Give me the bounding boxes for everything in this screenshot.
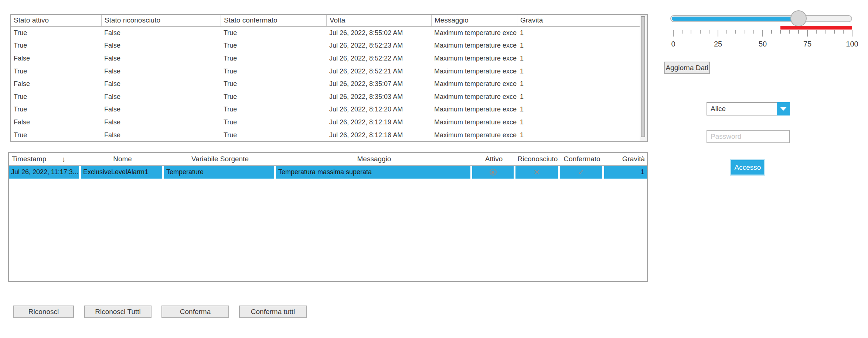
column-header-gravita[interactable]: Gravità	[517, 15, 634, 26]
slider-thumb[interactable]	[790, 10, 807, 27]
slider-tick	[843, 30, 844, 34]
not-acknowledged-x-icon: ✕	[534, 168, 540, 176]
events-table-row[interactable]: False False True Jul 26, 2022, 8:12:19 A…	[11, 116, 640, 129]
cell-messaggio: Maximum temperature exceeded	[431, 68, 517, 75]
active-state-icon	[490, 169, 497, 176]
acknowledge-all-button[interactable]: Riconosci Tutti	[84, 306, 152, 318]
column-header-volta[interactable]: Volta	[326, 15, 431, 26]
events-table-scrollbar[interactable]	[640, 15, 647, 141]
cell-messaggio: Maximum temperature exceeded	[431, 29, 517, 37]
cell-stato-riconosciuto: False	[101, 80, 221, 88]
slider-tick	[762, 30, 763, 37]
slider-tick	[726, 30, 727, 34]
cell-gravita: 1	[604, 166, 647, 179]
alarms-table: Timestamp ↓ Nome Variabile Sorgente Mess…	[8, 152, 648, 282]
column-header-attivo[interactable]: Attivo	[472, 155, 515, 163]
column-header-stato-confermato[interactable]: Stato confermato	[221, 15, 326, 26]
slider-tick	[825, 30, 826, 34]
cell-volta: Jul 26, 2022, 8:52:23 AM	[326, 42, 431, 49]
cell-stato-attivo: True	[11, 42, 101, 49]
slider-tick	[789, 30, 790, 34]
cell-stato-confermato: True	[221, 106, 326, 113]
cell-stato-attivo: True	[11, 106, 101, 113]
slider-tick-label: 25	[714, 40, 722, 48]
cell-volta: Jul 26, 2022, 8:35:07 AM	[326, 80, 431, 88]
events-table-row[interactable]: True False True Jul 26, 2022, 8:52:21 AM…	[11, 65, 640, 78]
cell-stato-attivo: False	[11, 118, 101, 126]
slider-tick	[700, 30, 701, 34]
slider-tick	[798, 30, 799, 34]
cell-stato-riconosciuto: False	[101, 42, 221, 49]
slider-tick	[807, 30, 808, 37]
cell-stato-confermato: True	[221, 131, 326, 139]
events-table-row[interactable]: False False True Jul 26, 2022, 8:35:07 A…	[11, 77, 640, 90]
cell-messaggio: Maximum temperature exceeded	[431, 42, 517, 49]
column-header-messaggio[interactable]: Messaggio	[276, 155, 472, 163]
slider-track[interactable]	[670, 15, 852, 22]
slider-tick	[691, 30, 691, 34]
slider-tick	[780, 30, 781, 34]
slider-tick	[834, 30, 835, 34]
cell-volta: Jul 26, 2022, 8:12:19 AM	[326, 118, 431, 126]
login-button[interactable]: Accesso	[731, 160, 764, 175]
refresh-data-button[interactable]: Aggiorna Dati	[664, 62, 710, 74]
cell-stato-attivo: True	[11, 29, 101, 37]
column-header-stato-riconosciuto[interactable]: Stato riconosciuto	[101, 15, 221, 26]
cell-messaggio: Maximum temperature exceeded	[431, 80, 517, 88]
cell-stato-riconosciuto: False	[101, 106, 221, 113]
cell-stato-riconosciuto: False	[101, 131, 221, 139]
alarms-table-header: Timestamp ↓ Nome Variabile Sorgente Mess…	[9, 153, 647, 166]
confirm-all-button[interactable]: Conferma tutti	[239, 306, 307, 318]
cell-nome: ExclusiveLevelAlarm1	[81, 166, 162, 179]
events-table-row[interactable]: True False True Jul 26, 2022, 8:12:18 AM…	[11, 129, 640, 141]
cell-stato-confermato: True	[221, 118, 326, 126]
cell-gravita: 1	[517, 55, 634, 62]
slider-tick	[816, 30, 817, 34]
slider-tick	[735, 30, 736, 34]
cell-stato-riconosciuto: False	[101, 29, 221, 37]
column-header-variabile-sorgente[interactable]: Variabile Sorgente	[164, 155, 276, 163]
slider-tick	[771, 30, 772, 34]
events-table-body: True False True Jul 26, 2022, 8:55:02 AM…	[11, 27, 640, 141]
cell-timestamp: Jul 26, 2022, 11:17:3...	[9, 166, 79, 179]
cell-gravita: 1	[517, 106, 634, 113]
cell-stato-confermato: True	[221, 42, 326, 49]
cell-stato-confermato: True	[221, 55, 326, 62]
slider-tick-label: 100	[846, 40, 858, 48]
column-header-riconosciuto[interactable]: Riconosciuto	[515, 155, 560, 163]
user-select[interactable]: Alice	[707, 102, 790, 115]
confirmed-check-icon: ✓	[578, 168, 585, 176]
events-table-row[interactable]: True False True Jul 26, 2022, 8:12:20 AM…	[11, 103, 640, 116]
cell-gravita: 1	[517, 118, 634, 126]
column-header-stato-attivo[interactable]: Stato attivo	[11, 15, 101, 26]
user-select-value: Alice	[707, 102, 777, 115]
column-header-confermato[interactable]: Confermato	[560, 155, 604, 163]
cell-volta: Jul 26, 2022, 8:52:22 AM	[326, 55, 431, 62]
column-header-messaggio[interactable]: Messaggio	[431, 15, 517, 26]
cell-stato-riconosciuto: False	[101, 118, 221, 126]
cell-volta: Jul 26, 2022, 8:52:21 AM	[326, 68, 431, 75]
slider-red-zone	[780, 26, 852, 30]
cell-stato-attivo: True	[11, 131, 101, 139]
events-table-row[interactable]: True False True Jul 26, 2022, 8:52:23 AM…	[11, 39, 640, 52]
alarm-row-selected[interactable]: Jul 26, 2022, 11:17:3... ExclusiveLevelA…	[9, 166, 647, 179]
column-header-gravita[interactable]: Gravità	[604, 155, 647, 163]
cell-gravita: 1	[517, 42, 634, 49]
events-table-row[interactable]: True False True Jul 26, 2022, 8:35:03 AM…	[11, 90, 640, 103]
cell-messaggio: Maximum temperature exceeded	[431, 55, 517, 62]
column-header-timestamp[interactable]: Timestamp ↓	[9, 155, 81, 163]
value-slider: 0255075100	[666, 10, 862, 51]
sort-descending-icon: ↓	[62, 155, 65, 163]
column-header-nome[interactable]: Nome	[81, 155, 164, 163]
confirm-button[interactable]: Conferma	[161, 306, 229, 318]
password-field[interactable]	[707, 130, 790, 143]
events-table-row[interactable]: False False True Jul 26, 2022, 8:52:22 A…	[11, 52, 640, 65]
user-select-dropdown-button[interactable]	[777, 102, 790, 115]
acknowledge-button[interactable]: Riconosci	[13, 306, 74, 318]
events-table-row[interactable]: True False True Jul 26, 2022, 8:55:02 AM…	[11, 27, 640, 39]
cell-attivo	[472, 166, 514, 179]
chevron-down-icon	[780, 107, 787, 111]
cell-stato-attivo: True	[11, 93, 101, 101]
cell-messaggio: Temperatura massima superata	[276, 166, 470, 179]
scrollbar-thumb[interactable]	[641, 16, 645, 137]
